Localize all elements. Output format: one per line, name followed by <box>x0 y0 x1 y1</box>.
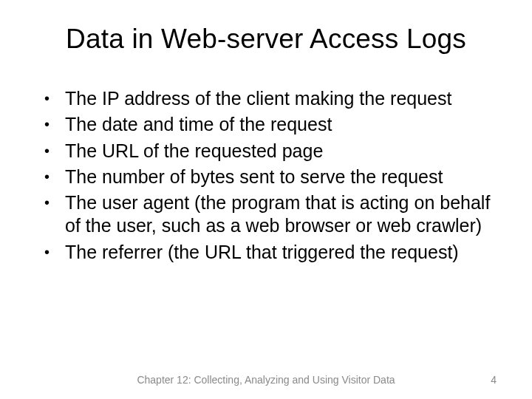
list-item: The user agent (the program that is acti… <box>61 191 497 238</box>
page-number: 4 <box>467 374 497 386</box>
bullet-list: The IP address of the client making the … <box>35 87 497 264</box>
list-item: The referrer (the URL that triggered the… <box>61 241 497 264</box>
slide: Data in Web-server Access Logs The IP ad… <box>0 0 532 399</box>
footer: Chapter 12: Collecting, Analyzing and Us… <box>0 374 532 386</box>
list-item: The IP address of the client making the … <box>61 87 497 110</box>
slide-title: Data in Web-server Access Logs <box>35 24 497 55</box>
footer-text: Chapter 12: Collecting, Analyzing and Us… <box>65 374 467 386</box>
list-item: The date and time of the request <box>61 113 497 136</box>
list-item: The URL of the requested page <box>61 140 497 163</box>
list-item: The number of bytes sent to serve the re… <box>61 166 497 188</box>
